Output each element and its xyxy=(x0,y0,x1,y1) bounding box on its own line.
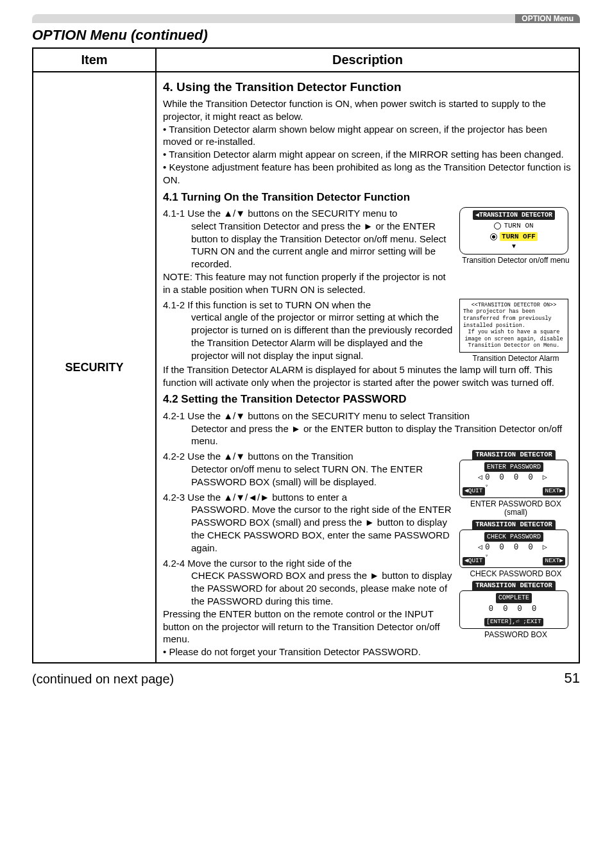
header-band: OPTION Menu xyxy=(32,14,580,23)
osd-check-password: TRANSITION DETECTOR CHECK PASSWORD ◁0 0 … xyxy=(459,520,568,567)
page-number: 51 xyxy=(565,670,580,687)
step-4-1-2a: 4.1-2 If this function is set to TURN ON… xyxy=(163,299,371,310)
osd-check-title: TRANSITION DETECTOR xyxy=(472,520,556,530)
osd-alarm-line2: If you wish to have a square image on sc… xyxy=(463,329,565,349)
radio-filled-icon xyxy=(490,233,497,240)
osd-complete-exit: [ENTER],⏎ ;EXIT xyxy=(484,618,543,626)
osd-alarm-box: <<TRANSITION DETECTOR ON>> The projector… xyxy=(459,299,568,353)
osd-complete-digits: 0 0 0 0 xyxy=(463,605,565,615)
header-tab: OPTION Menu xyxy=(515,14,580,23)
osd-onoff-caption: Transition Detector on/off menu xyxy=(459,256,572,265)
step-4-1-1b: select Transition Detector and press the… xyxy=(191,220,454,271)
osd-alarm-header: <<TRANSITION DETECTOR ON>> xyxy=(463,302,565,309)
osd-enter-password: TRANSITION DETECTOR ENTER PASSWORD ◁0 0 … xyxy=(459,450,568,497)
step-4-2-1b: Detector and press the ► or the ENTER bu… xyxy=(191,422,572,448)
osd-check-digits: 0 0 0 xyxy=(500,543,536,552)
heading-4-1: 4.1 Turning On the Transition Detector F… xyxy=(163,190,572,204)
step-4-2-1a: 4.2-1 Use the ▲/▼ buttons on the SECURIT… xyxy=(163,410,470,421)
osd-check-caption: CHECK PASSWORD BOX xyxy=(459,570,572,579)
item-security: SECURITY xyxy=(33,72,156,663)
osd-turn-off: TURN OFF xyxy=(500,232,538,242)
step-4-1-1a: 4.1-1 Use the ▲/▼ buttons on the SECURIT… xyxy=(163,208,397,219)
option-table: Item Description SECURITY 4. Using the T… xyxy=(32,47,580,664)
osd-enter-title: TRANSITION DETECTOR xyxy=(472,450,556,460)
step-4-2-3b: PASSWORD. Move the cursor to the right s… xyxy=(191,503,454,554)
osd-check-quit: ◀QUIT xyxy=(463,557,485,565)
step-4-1-2-after: If the Transition Detector ALARM is disp… xyxy=(163,363,572,389)
col-description: Description xyxy=(156,48,579,72)
osd-alarm-caption: Transition Detector Alarm xyxy=(459,355,572,363)
osd-enter-caption: ENTER PASSWORD BOX (small) xyxy=(459,500,572,518)
continued-label: (continued on next page) xyxy=(32,672,174,687)
intro-4: While the Transition Detector function i… xyxy=(163,97,572,123)
osd-onoff-title: ◀TRANSITION DETECTOR xyxy=(473,210,555,220)
step-4-2-4b: CHECK PASSWORD BOX and press the ► butto… xyxy=(191,569,454,607)
bullet-4-1: • Transition Detector alarm shown below … xyxy=(163,123,572,149)
section-title: OPTION Menu (continued) xyxy=(32,27,580,44)
col-item: Item xyxy=(33,48,156,72)
heading-4: 4. Using the Transition Detector Functio… xyxy=(163,79,572,95)
osd-enter-quit: ◀QUIT xyxy=(463,487,485,496)
osd-enter-digits: 0 0 0 xyxy=(500,473,536,482)
description-cell: 4. Using the Transition Detector Functio… xyxy=(156,72,579,663)
heading-4-2: 4.2 Setting the Transition Detector PASS… xyxy=(163,392,572,406)
step-4-2-2b: Detector on/off menu to select TURN ON. … xyxy=(191,463,454,488)
osd-turn-on: TURN ON xyxy=(504,221,533,231)
osd-check-next: NEXT▶ xyxy=(543,557,565,565)
step-4-2-2a: 4.2-2 Use the ▲/▼ buttons on the Transit… xyxy=(163,451,353,462)
osd-complete-title: TRANSITION DETECTOR xyxy=(472,581,556,591)
bullet-4-3: • Keystone adjustment feature has been p… xyxy=(163,161,572,187)
osd-onoff-menu: ◀TRANSITION DETECTOR TURN ON TURN OFF ▼ xyxy=(459,207,568,254)
bullet-4-2: • Transition Detector alarm might appear… xyxy=(163,148,572,161)
step-4-1-2b: vertical angle of the projector or mirro… xyxy=(191,311,454,362)
radio-empty-icon xyxy=(494,222,501,230)
osd-enter-sub: ENTER PASSWORD xyxy=(484,462,543,472)
osd-complete-sub: COMPLETE xyxy=(496,593,532,603)
osd-alarm-line1: The projector has been transferred from … xyxy=(463,308,565,329)
osd-check-sub: CHECK PASSWORD xyxy=(484,532,543,542)
osd-enter-next: NEXT▶ xyxy=(543,487,565,496)
step-4-2-4a: 4.2-4 Move the cursor to the right side … xyxy=(163,558,352,569)
step-4-2-3a: 4.2-3 Use the ▲/▼/◄/► buttons to enter a xyxy=(163,492,347,503)
step-4-2-4c: Pressing the ENTER button on the remote … xyxy=(163,608,454,646)
step-4-2-4d: • Please do not forget your Transition D… xyxy=(163,646,454,658)
step-4-1-1-note: NOTE: This feature may not function prop… xyxy=(163,271,454,296)
osd-complete-password: TRANSITION DETECTOR COMPLETE 0 0 0 0 [EN… xyxy=(459,581,568,628)
osd-complete-caption: PASSWORD BOX xyxy=(459,631,572,640)
